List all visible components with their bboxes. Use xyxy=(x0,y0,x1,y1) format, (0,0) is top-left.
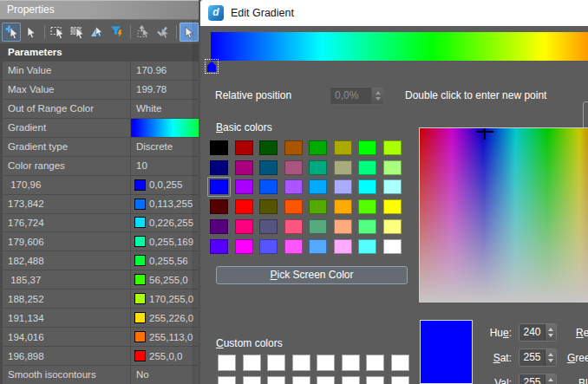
basic-color-well[interactable] xyxy=(284,160,303,175)
property-row[interactable]: 170,960,0,255 xyxy=(3,176,199,195)
spin-down-icon[interactable] xyxy=(548,334,553,337)
selection-cursor-button[interactable] xyxy=(22,23,41,42)
property-row[interactable]: Max Value199.78 xyxy=(3,81,199,100)
cut-off-button[interactable] xyxy=(583,101,588,130)
property-row[interactable]: 182,4880,255,56 xyxy=(3,251,199,270)
basic-color-well[interactable] xyxy=(210,140,228,155)
basic-color-well[interactable] xyxy=(210,199,228,214)
pick-screen-color-button[interactable]: Pick Screen Color xyxy=(216,266,408,284)
custom-color-well[interactable] xyxy=(342,355,360,371)
spin-up-icon[interactable] xyxy=(548,353,553,356)
basic-color-well[interactable] xyxy=(334,140,352,155)
custom-color-well[interactable] xyxy=(391,376,409,384)
property-row[interactable]: 196,898255,0,0 xyxy=(3,347,199,366)
basic-color-well[interactable] xyxy=(358,160,376,175)
spin-up-icon[interactable] xyxy=(548,378,553,381)
spin-down-icon[interactable] xyxy=(376,97,381,101)
basic-color-well[interactable] xyxy=(235,160,253,175)
hue-saturation-picker[interactable] xyxy=(419,127,588,303)
rubber-band-select-button[interactable] xyxy=(48,23,67,42)
basic-color-well[interactable] xyxy=(309,179,327,194)
custom-color-well[interactable] xyxy=(267,355,285,371)
add-selection-cursor-button[interactable] xyxy=(2,23,21,42)
basic-color-well[interactable] xyxy=(334,239,352,254)
property-row[interactable]: 173,8420,113,255 xyxy=(3,195,199,214)
custom-color-well[interactable] xyxy=(243,355,261,371)
basic-color-well[interactable] xyxy=(284,239,303,254)
basic-color-well[interactable] xyxy=(334,219,352,234)
basic-color-well[interactable] xyxy=(309,160,327,175)
basic-color-well[interactable] xyxy=(259,140,278,155)
basic-color-well[interactable] xyxy=(358,199,376,214)
basic-color-well[interactable] xyxy=(383,160,402,175)
sat-spinbox[interactable]: 255 xyxy=(519,348,557,367)
spin-arrows[interactable] xyxy=(371,88,383,104)
custom-color-well[interactable] xyxy=(292,355,310,371)
basic-color-well[interactable] xyxy=(309,140,327,155)
property-row[interactable]: Min Value170.96 xyxy=(3,62,199,81)
custom-color-well[interactable] xyxy=(267,376,285,384)
spin-up-icon[interactable] xyxy=(548,328,553,331)
gradient-editor-bar[interactable] xyxy=(211,32,588,61)
basic-color-well[interactable] xyxy=(284,199,303,214)
spin-arrows[interactable] xyxy=(545,349,556,366)
custom-color-well[interactable] xyxy=(317,376,335,384)
basic-color-well[interactable] xyxy=(259,199,278,214)
spin-up-icon[interactable] xyxy=(376,91,381,94)
basic-color-well[interactable] xyxy=(284,140,303,155)
basic-color-well[interactable] xyxy=(383,199,402,214)
basic-color-well[interactable] xyxy=(334,160,352,175)
basic-color-well[interactable] xyxy=(309,199,327,214)
basic-color-well[interactable] xyxy=(259,219,278,234)
val-spinbox[interactable]: 255 xyxy=(519,374,557,384)
basic-color-well[interactable] xyxy=(309,219,327,234)
spin-arrows[interactable] xyxy=(545,374,556,384)
relative-position-spinbox[interactable]: 0,0% xyxy=(330,87,384,105)
basic-color-well[interactable] xyxy=(235,219,253,234)
basic-color-well[interactable] xyxy=(383,239,402,254)
property-row[interactable]: 185,3756,255,0 xyxy=(3,270,199,290)
property-row[interactable]: 176,7240,226,255 xyxy=(3,214,199,233)
custom-color-well[interactable] xyxy=(317,355,335,371)
custom-color-well[interactable] xyxy=(292,376,310,384)
custom-color-well[interactable] xyxy=(366,355,384,371)
basic-color-well[interactable] xyxy=(259,239,278,254)
basic-color-well[interactable] xyxy=(210,239,228,254)
basic-color-well[interactable] xyxy=(334,199,352,214)
basic-color-well[interactable] xyxy=(235,140,253,155)
custom-color-well[interactable] xyxy=(391,355,409,371)
basic-color-well[interactable] xyxy=(383,219,402,234)
custom-color-well[interactable] xyxy=(342,376,360,384)
rubber-band-select-filled-button[interactable] xyxy=(68,23,87,42)
basic-color-well[interactable] xyxy=(358,219,376,234)
property-row[interactable]: Smooth isocontoursNo xyxy=(3,366,199,384)
spin-arrows[interactable] xyxy=(545,324,556,341)
basic-color-well[interactable] xyxy=(383,140,402,155)
accept-selection-button[interactable] xyxy=(154,23,173,42)
basic-color-well[interactable] xyxy=(383,179,402,194)
property-row[interactable]: 188,252170,255,0 xyxy=(3,290,199,309)
property-row[interactable]: 194,016255,113,0 xyxy=(3,328,199,347)
basic-color-well[interactable] xyxy=(358,239,376,254)
basic-color-well[interactable] xyxy=(210,219,228,234)
basic-color-well[interactable] xyxy=(210,160,228,175)
extract-selection-button[interactable] xyxy=(134,23,153,42)
basic-color-well[interactable] xyxy=(284,179,303,194)
property-row[interactable]: 191,134255,226,0 xyxy=(3,309,199,328)
basic-color-well[interactable] xyxy=(259,179,278,194)
basic-color-well[interactable] xyxy=(358,140,376,155)
custom-color-well[interactable] xyxy=(218,376,236,384)
property-row[interactable]: Color ranges10 xyxy=(3,157,199,176)
hue-spinbox[interactable]: 240 xyxy=(519,323,557,342)
basic-color-well[interactable] xyxy=(259,160,278,175)
basic-color-well[interactable] xyxy=(284,219,303,234)
basic-color-well[interactable] xyxy=(235,179,253,194)
basic-color-well[interactable] xyxy=(309,239,327,254)
basic-color-well[interactable] xyxy=(235,199,253,214)
custom-color-well[interactable] xyxy=(243,376,261,384)
basic-color-well[interactable] xyxy=(334,179,352,194)
property-row[interactable]: Gradient xyxy=(3,119,199,138)
spin-down-icon[interactable] xyxy=(548,359,553,362)
basic-color-well[interactable] xyxy=(235,239,253,254)
filter-selection-button[interactable] xyxy=(108,23,127,42)
